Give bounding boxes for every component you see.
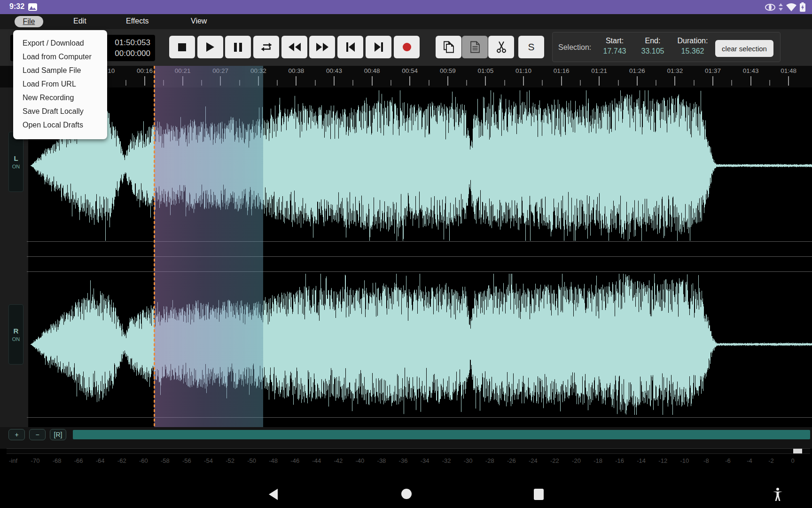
status-icons-right (765, 2, 805, 12)
horizontal-scrollbar[interactable] (73, 430, 810, 439)
skip-to-start-button[interactable] (337, 36, 363, 58)
android-nav-bar (0, 481, 812, 508)
battery-charging-icon (800, 2, 805, 12)
ruler-minor-tick (429, 80, 429, 86)
db-label: -30 (464, 457, 473, 464)
db-label: -20 (572, 457, 581, 464)
ruler-major-tick (485, 76, 486, 86)
menu-bar: File Edit Effects View (0, 14, 812, 29)
db-label: -56 (182, 457, 191, 464)
ruler-major-tick (334, 76, 335, 86)
menu-effects[interactable]: Effects (126, 17, 149, 25)
db-label: -2 (768, 457, 774, 464)
db-label: -46 (290, 457, 299, 464)
back-icon[interactable] (269, 489, 278, 500)
selection-region[interactable] (154, 66, 263, 427)
db-label: -68 (53, 457, 62, 464)
right-channel-strip[interactable]: R ON (8, 304, 23, 365)
db-label: -inf (9, 457, 17, 464)
file-menu-item-load-from-computer[interactable]: Load from Computer (13, 50, 107, 64)
db-label: -4 (747, 457, 752, 464)
db-label: -22 (550, 457, 559, 464)
db-label: -50 (247, 457, 256, 464)
ruler-label: 01:32 (667, 67, 683, 74)
fast-forward-button[interactable] (309, 36, 335, 58)
pause-icon (234, 43, 242, 52)
ruler-major-tick (296, 76, 297, 86)
file-menu-item-load-from-url[interactable]: Load From URL (13, 77, 107, 91)
split-button[interactable]: S (518, 36, 544, 58)
selection-duration: Duration: 15.362 (673, 37, 712, 56)
file-menu-item-open-local-drafts[interactable]: Open Local Drafts (13, 118, 107, 132)
file-menu-item-load-sample-file[interactable]: Load Sample File (13, 64, 107, 77)
fast-forward-icon (316, 43, 328, 51)
cut-button[interactable] (488, 36, 514, 58)
file-menu-item-export-download[interactable]: Export / Download (13, 36, 107, 50)
loop-button[interactable] (253, 36, 279, 58)
selection-duration-value: 15.362 (673, 47, 712, 56)
zoom-out-button[interactable]: − (29, 429, 46, 440)
selection-duration-label: Duration: (673, 37, 712, 45)
accessibility-icon[interactable] (772, 487, 783, 501)
db-label: -42 (334, 457, 343, 464)
skip-to-end-button[interactable] (366, 36, 391, 58)
paste-icon (470, 41, 480, 53)
menu-edit[interactable]: Edit (73, 17, 86, 25)
file-menu-item-save-draft-locally[interactable]: Save Draft Locally (13, 104, 107, 118)
ruler-major-tick (599, 76, 600, 86)
copy-button[interactable] (436, 36, 461, 58)
mountain-glyph (29, 5, 36, 10)
menu-file[interactable]: File (15, 16, 43, 27)
ruler-label: 01:21 (591, 67, 607, 74)
ruler-label: 01:10 (515, 67, 531, 74)
record-button[interactable] (394, 36, 420, 58)
paste-button[interactable] (462, 36, 488, 58)
zoom-reset-button[interactable]: [R] (50, 429, 66, 440)
zoom-controls-row: + − [R] (0, 427, 812, 449)
db-label: -66 (74, 457, 83, 464)
db-label: -18 (593, 457, 602, 464)
ruler-label: 01:26 (629, 67, 645, 74)
stop-button[interactable] (169, 36, 195, 58)
loop-icon (260, 41, 273, 53)
left-channel-label: L (14, 154, 18, 162)
db-scale: -inf-70-68-66-64-62-60-58-56-54-52-50-48… (0, 456, 812, 467)
clear-selection-button[interactable]: clear selection (715, 40, 773, 57)
file-menu-item-new-recording[interactable]: New Recording (13, 91, 107, 104)
waveform-left-channel[interactable] (31, 87, 812, 241)
db-label: -26 (507, 457, 516, 464)
channel-divider-line (27, 241, 812, 242)
db-label: -48 (269, 457, 278, 464)
db-label: -24 (529, 457, 538, 464)
waveform-right-channel[interactable] (31, 271, 812, 417)
play-button[interactable] (197, 36, 223, 58)
ruler-minor-tick (618, 80, 619, 86)
db-label: -34 (421, 457, 429, 464)
ruler-label: 00:16 (137, 67, 153, 74)
recents-icon[interactable] (534, 489, 544, 500)
db-label: -58 (161, 457, 170, 464)
db-label: -8 (703, 457, 709, 464)
timeline-ruler[interactable]: 00:1000:1600:2100:2700:3200:3800:4300:48… (0, 66, 812, 87)
db-label: -62 (117, 457, 126, 464)
ruler-label: 00:54 (402, 67, 418, 74)
ruler-minor-tick (352, 80, 353, 86)
left-channel-strip[interactable]: L ON (8, 132, 23, 192)
ruler-label: 00:48 (364, 67, 380, 74)
selection-start-value: 17.743 (598, 47, 632, 56)
pause-button[interactable] (225, 36, 251, 58)
meter-peak-segment (793, 449, 802, 453)
stop-icon (178, 43, 186, 51)
ruler-major-tick (372, 76, 373, 86)
ruler-minor-tick (466, 80, 467, 86)
ruler-minor-tick (769, 80, 770, 86)
wifi-icon (786, 3, 796, 11)
menu-view[interactable]: View (191, 17, 207, 25)
rewind-button[interactable] (281, 36, 307, 58)
playhead-cursor (154, 66, 155, 427)
right-channel-on-toggle[interactable]: ON (12, 336, 20, 342)
home-icon[interactable] (401, 489, 412, 499)
ruler-label: 01:43 (743, 67, 759, 74)
zoom-in-button[interactable]: + (8, 429, 25, 440)
left-channel-on-toggle[interactable]: ON (12, 164, 20, 169)
